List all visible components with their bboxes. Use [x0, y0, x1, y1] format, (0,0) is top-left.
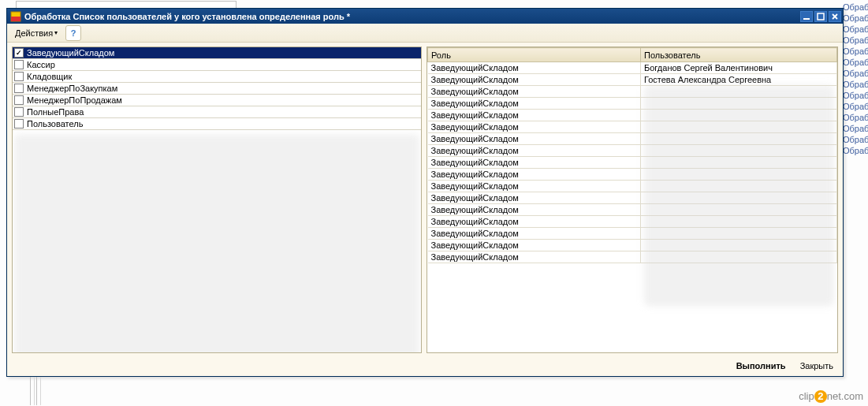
- background-splitter-1: [30, 377, 35, 405]
- cell-role: ЗаведующийСкладом: [428, 251, 641, 263]
- background-text: Обрабс: [843, 13, 866, 24]
- role-checkbox[interactable]: [14, 60, 24, 69]
- role-row[interactable]: МенеджерПоПродажам: [13, 95, 421, 106]
- results-panel: Роль Пользователь ЗаведующийСкладомБогда…: [427, 47, 838, 353]
- role-label: МенеджерПоЗакупкам: [27, 84, 117, 93]
- role-label: Кассир: [27, 60, 55, 69]
- redacted-users-area: [644, 85, 834, 306]
- role-label: Пользователь: [27, 119, 83, 129]
- background-text: Обрабс: [843, 35, 866, 46]
- minimize-button[interactable]: [800, 11, 813, 22]
- main-window: Обработка Список пользователей у кого ус…: [6, 8, 844, 377]
- cell-role: ЗаведующийСкладом: [428, 145, 641, 157]
- svg-rect-2: [803, 18, 810, 20]
- background-splitter-2: [36, 377, 41, 405]
- toolbar: Действия ▾ ?: [7, 24, 843, 43]
- watermark: clip2net.com: [799, 390, 863, 403]
- roles-checklist: ЗаведующийСкладомКассирКладовщикМенеджер…: [13, 47, 421, 130]
- cell-user: Гостева Александра Сергеевна: [641, 74, 837, 86]
- actions-menu[interactable]: Действия ▾: [10, 27, 62, 39]
- cell-role: ЗаведующийСкладом: [428, 181, 641, 192]
- cell-role: ЗаведующийСкладом: [428, 157, 641, 169]
- watermark-clip: clip: [799, 390, 814, 402]
- watermark-net: net: [827, 390, 841, 402]
- role-checkbox[interactable]: [14, 48, 24, 58]
- background-right-strip: ОбрабсОбрабсОбрабсОбрабсОбрабсОбрабсОбра…: [843, 2, 866, 156]
- role-label: МенеджерПоПродажам: [27, 95, 122, 105]
- maximize-icon: [817, 13, 825, 20]
- content-area: ЗаведующийСкладомКассирКладовщикМенеджер…: [7, 43, 843, 356]
- cell-role: ЗаведующийСкладом: [428, 98, 641, 110]
- watermark-com: .com: [841, 390, 863, 402]
- cell-role: ЗаведующийСкладом: [428, 110, 641, 121]
- role-checkbox[interactable]: [14, 95, 24, 105]
- role-checkbox[interactable]: [14, 107, 24, 117]
- execute-button[interactable]: Выполнить: [733, 359, 789, 372]
- help-button[interactable]: ?: [65, 25, 81, 41]
- cell-role: ЗаведующийСкладом: [428, 240, 641, 251]
- role-row[interactable]: МенеджерПоЗакупкам: [13, 83, 421, 95]
- maximize-button[interactable]: [814, 11, 827, 22]
- close-form-button[interactable]: Закрыть: [797, 359, 836, 372]
- background-text: Обрабс: [843, 101, 866, 112]
- table-row[interactable]: ЗаведующийСкладомБогданов Сергей Валенти…: [428, 62, 837, 74]
- background-text: Обрабс: [843, 90, 866, 101]
- background-text: Обрабс: [843, 24, 866, 35]
- role-row[interactable]: ПолныеПрава: [13, 106, 421, 118]
- column-header-role[interactable]: Роль: [428, 48, 641, 62]
- close-icon: [831, 13, 839, 20]
- role-row[interactable]: ЗаведующийСкладом: [13, 47, 421, 59]
- role-label: Кладовщик: [27, 72, 72, 81]
- roles-panel: ЗаведующийСкладомКассирКладовщикМенеджер…: [12, 47, 422, 353]
- svg-rect-1: [11, 17, 20, 21]
- table-row[interactable]: ЗаведующийСкладомГостева Александра Серг…: [428, 74, 837, 86]
- role-row[interactable]: Пользователь: [13, 118, 421, 130]
- background-text: Обрабс: [843, 79, 866, 90]
- actions-menu-label: Действия: [15, 28, 53, 38]
- redacted-roles-area: [14, 134, 419, 353]
- background-text: Обрабс: [843, 2, 866, 13]
- role-checkbox[interactable]: [14, 72, 24, 81]
- cell-role: ЗаведующийСкладом: [428, 133, 641, 145]
- cell-role: ЗаведующийСкладом: [428, 228, 641, 240]
- cell-role: ЗаведующийСкладом: [428, 62, 641, 74]
- cell-user: Богданов Сергей Валентинович: [641, 62, 837, 74]
- column-header-user[interactable]: Пользователь: [641, 48, 837, 62]
- svg-rect-3: [818, 13, 824, 20]
- role-row[interactable]: Кладовщик: [13, 71, 421, 83]
- background-text: Обрабс: [843, 46, 866, 57]
- background-text: Обрабс: [843, 112, 866, 123]
- background-text: Обрабс: [843, 68, 866, 79]
- background-text: Обрабс: [843, 123, 866, 134]
- chevron-down-icon: ▾: [54, 29, 58, 36]
- window-title: Обработка Список пользователей у кого ус…: [24, 12, 800, 21]
- role-label: ПолныеПрава: [27, 107, 84, 117]
- titlebar: Обработка Список пользователей у кого ус…: [7, 9, 843, 24]
- help-icon: ?: [71, 28, 76, 38]
- cell-role: ЗаведующийСкладом: [428, 204, 641, 216]
- background-text: Обрабс: [843, 57, 866, 68]
- close-button[interactable]: [829, 11, 841, 22]
- cell-role: ЗаведующийСкладом: [428, 121, 641, 133]
- background-text: Обрабс: [843, 145, 866, 156]
- role-label: ЗаведующийСкладом: [27, 48, 114, 58]
- footer-bar: Выполнить Закрыть: [7, 356, 843, 376]
- role-row[interactable]: Кассир: [13, 59, 421, 71]
- cell-role: ЗаведующийСкладом: [428, 192, 641, 204]
- role-checkbox[interactable]: [14, 84, 24, 93]
- app-icon: [10, 11, 21, 22]
- cell-role: ЗаведующийСкладом: [428, 216, 641, 228]
- background-text: Обрабс: [843, 134, 866, 145]
- cell-role: ЗаведующийСкладом: [428, 169, 641, 181]
- minimize-icon: [803, 13, 810, 20]
- cell-role: ЗаведующийСкладом: [428, 86, 641, 98]
- watermark-2: 2: [814, 390, 827, 403]
- role-checkbox[interactable]: [14, 119, 24, 129]
- cell-role: ЗаведующийСкладом: [428, 74, 641, 86]
